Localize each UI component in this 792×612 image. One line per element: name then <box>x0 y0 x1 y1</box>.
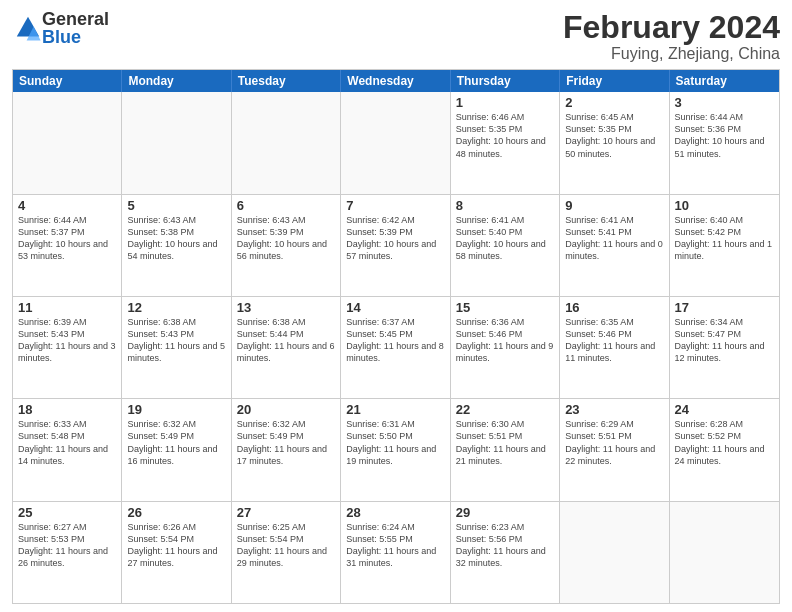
weekday-header: Thursday <box>451 70 560 92</box>
day-number: 4 <box>18 198 116 213</box>
calendar-day: 4Sunrise: 6:44 AM Sunset: 5:37 PM Daylig… <box>13 195 122 296</box>
day-number: 26 <box>127 505 225 520</box>
day-number: 5 <box>127 198 225 213</box>
day-number: 1 <box>456 95 554 110</box>
calendar-empty <box>13 92 122 193</box>
calendar-empty <box>560 502 669 603</box>
day-info: Sunrise: 6:41 AM Sunset: 5:40 PM Dayligh… <box>456 214 554 263</box>
weekday-header: Wednesday <box>341 70 450 92</box>
day-number: 9 <box>565 198 663 213</box>
day-info: Sunrise: 6:45 AM Sunset: 5:35 PM Dayligh… <box>565 111 663 160</box>
day-info: Sunrise: 6:34 AM Sunset: 5:47 PM Dayligh… <box>675 316 774 365</box>
calendar: SundayMondayTuesdayWednesdayThursdayFrid… <box>12 69 780 604</box>
day-info: Sunrise: 6:23 AM Sunset: 5:56 PM Dayligh… <box>456 521 554 570</box>
day-info: Sunrise: 6:31 AM Sunset: 5:50 PM Dayligh… <box>346 418 444 467</box>
weekday-header: Tuesday <box>232 70 341 92</box>
day-info: Sunrise: 6:43 AM Sunset: 5:38 PM Dayligh… <box>127 214 225 263</box>
day-number: 20 <box>237 402 335 417</box>
day-info: Sunrise: 6:29 AM Sunset: 5:51 PM Dayligh… <box>565 418 663 467</box>
calendar-day: 7Sunrise: 6:42 AM Sunset: 5:39 PM Daylig… <box>341 195 450 296</box>
logo-blue: Blue <box>42 28 109 46</box>
calendar-day: 14Sunrise: 6:37 AM Sunset: 5:45 PM Dayli… <box>341 297 450 398</box>
day-number: 25 <box>18 505 116 520</box>
day-number: 29 <box>456 505 554 520</box>
calendar-day: 5Sunrise: 6:43 AM Sunset: 5:38 PM Daylig… <box>122 195 231 296</box>
day-number: 21 <box>346 402 444 417</box>
logo-text: General Blue <box>42 10 109 46</box>
logo-general: General <box>42 10 109 28</box>
day-number: 8 <box>456 198 554 213</box>
calendar-day: 25Sunrise: 6:27 AM Sunset: 5:53 PM Dayli… <box>13 502 122 603</box>
calendar-day: 12Sunrise: 6:38 AM Sunset: 5:43 PM Dayli… <box>122 297 231 398</box>
day-number: 14 <box>346 300 444 315</box>
calendar-day: 15Sunrise: 6:36 AM Sunset: 5:46 PM Dayli… <box>451 297 560 398</box>
calendar-row: 11Sunrise: 6:39 AM Sunset: 5:43 PM Dayli… <box>13 296 779 398</box>
calendar-row: 18Sunrise: 6:33 AM Sunset: 5:48 PM Dayli… <box>13 398 779 500</box>
month-title: February 2024 <box>563 10 780 45</box>
calendar-empty <box>232 92 341 193</box>
calendar-day: 16Sunrise: 6:35 AM Sunset: 5:46 PM Dayli… <box>560 297 669 398</box>
day-info: Sunrise: 6:32 AM Sunset: 5:49 PM Dayligh… <box>237 418 335 467</box>
calendar-day: 10Sunrise: 6:40 AM Sunset: 5:42 PM Dayli… <box>670 195 779 296</box>
day-number: 23 <box>565 402 663 417</box>
calendar-day: 3Sunrise: 6:44 AM Sunset: 5:36 PM Daylig… <box>670 92 779 193</box>
calendar-row: 1Sunrise: 6:46 AM Sunset: 5:35 PM Daylig… <box>13 92 779 193</box>
calendar-day: 28Sunrise: 6:24 AM Sunset: 5:55 PM Dayli… <box>341 502 450 603</box>
day-info: Sunrise: 6:28 AM Sunset: 5:52 PM Dayligh… <box>675 418 774 467</box>
calendar-day: 18Sunrise: 6:33 AM Sunset: 5:48 PM Dayli… <box>13 399 122 500</box>
day-number: 12 <box>127 300 225 315</box>
day-number: 2 <box>565 95 663 110</box>
calendar-empty <box>122 92 231 193</box>
calendar-day: 9Sunrise: 6:41 AM Sunset: 5:41 PM Daylig… <box>560 195 669 296</box>
day-number: 11 <box>18 300 116 315</box>
calendar-empty <box>341 92 450 193</box>
calendar-row: 4Sunrise: 6:44 AM Sunset: 5:37 PM Daylig… <box>13 194 779 296</box>
calendar-day: 11Sunrise: 6:39 AM Sunset: 5:43 PM Dayli… <box>13 297 122 398</box>
calendar-day: 6Sunrise: 6:43 AM Sunset: 5:39 PM Daylig… <box>232 195 341 296</box>
title-area: February 2024 Fuying, Zhejiang, China <box>563 10 780 63</box>
day-info: Sunrise: 6:35 AM Sunset: 5:46 PM Dayligh… <box>565 316 663 365</box>
day-info: Sunrise: 6:26 AM Sunset: 5:54 PM Dayligh… <box>127 521 225 570</box>
day-number: 16 <box>565 300 663 315</box>
calendar-row: 25Sunrise: 6:27 AM Sunset: 5:53 PM Dayli… <box>13 501 779 603</box>
calendar-day: 29Sunrise: 6:23 AM Sunset: 5:56 PM Dayli… <box>451 502 560 603</box>
logo-icon <box>14 14 42 42</box>
header: General Blue February 2024 Fuying, Zheji… <box>12 10 780 63</box>
calendar-day: 19Sunrise: 6:32 AM Sunset: 5:49 PM Dayli… <box>122 399 231 500</box>
day-number: 28 <box>346 505 444 520</box>
day-number: 7 <box>346 198 444 213</box>
day-info: Sunrise: 6:41 AM Sunset: 5:41 PM Dayligh… <box>565 214 663 263</box>
day-info: Sunrise: 6:37 AM Sunset: 5:45 PM Dayligh… <box>346 316 444 365</box>
calendar-day: 23Sunrise: 6:29 AM Sunset: 5:51 PM Dayli… <box>560 399 669 500</box>
calendar-day: 2Sunrise: 6:45 AM Sunset: 5:35 PM Daylig… <box>560 92 669 193</box>
day-number: 3 <box>675 95 774 110</box>
weekday-header: Sunday <box>13 70 122 92</box>
calendar-day: 24Sunrise: 6:28 AM Sunset: 5:52 PM Dayli… <box>670 399 779 500</box>
day-info: Sunrise: 6:38 AM Sunset: 5:43 PM Dayligh… <box>127 316 225 365</box>
calendar-header: SundayMondayTuesdayWednesdayThursdayFrid… <box>13 70 779 92</box>
day-number: 18 <box>18 402 116 417</box>
day-number: 10 <box>675 198 774 213</box>
calendar-day: 27Sunrise: 6:25 AM Sunset: 5:54 PM Dayli… <box>232 502 341 603</box>
day-info: Sunrise: 6:44 AM Sunset: 5:37 PM Dayligh… <box>18 214 116 263</box>
calendar-day: 8Sunrise: 6:41 AM Sunset: 5:40 PM Daylig… <box>451 195 560 296</box>
calendar-day: 21Sunrise: 6:31 AM Sunset: 5:50 PM Dayli… <box>341 399 450 500</box>
day-number: 24 <box>675 402 774 417</box>
calendar-day: 20Sunrise: 6:32 AM Sunset: 5:49 PM Dayli… <box>232 399 341 500</box>
day-number: 13 <box>237 300 335 315</box>
day-info: Sunrise: 6:33 AM Sunset: 5:48 PM Dayligh… <box>18 418 116 467</box>
day-info: Sunrise: 6:30 AM Sunset: 5:51 PM Dayligh… <box>456 418 554 467</box>
day-number: 17 <box>675 300 774 315</box>
day-number: 15 <box>456 300 554 315</box>
day-number: 22 <box>456 402 554 417</box>
day-info: Sunrise: 6:40 AM Sunset: 5:42 PM Dayligh… <box>675 214 774 263</box>
day-info: Sunrise: 6:39 AM Sunset: 5:43 PM Dayligh… <box>18 316 116 365</box>
calendar-body: 1Sunrise: 6:46 AM Sunset: 5:35 PM Daylig… <box>13 92 779 603</box>
calendar-day: 13Sunrise: 6:38 AM Sunset: 5:44 PM Dayli… <box>232 297 341 398</box>
weekday-header: Saturday <box>670 70 779 92</box>
day-info: Sunrise: 6:36 AM Sunset: 5:46 PM Dayligh… <box>456 316 554 365</box>
day-info: Sunrise: 6:44 AM Sunset: 5:36 PM Dayligh… <box>675 111 774 160</box>
day-info: Sunrise: 6:43 AM Sunset: 5:39 PM Dayligh… <box>237 214 335 263</box>
calendar-empty <box>670 502 779 603</box>
logo: General Blue <box>12 10 109 46</box>
